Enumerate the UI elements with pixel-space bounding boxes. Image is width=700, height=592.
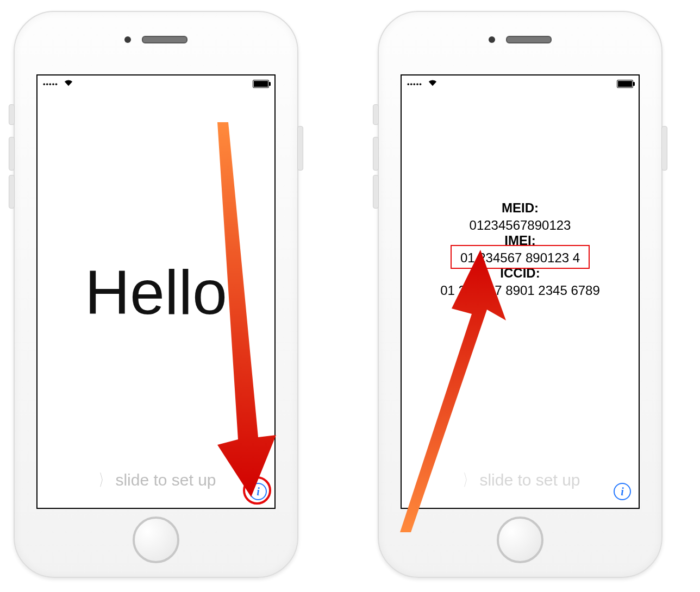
earpiece-area <box>124 36 188 43</box>
volume-down-button <box>373 175 379 209</box>
earpiece-speaker-icon <box>142 36 188 43</box>
status-bar: ••••• <box>38 75 274 92</box>
iccid-row: ICCID: 01 234567 8901 2345 6789 <box>440 266 600 298</box>
mute-switch <box>373 104 379 125</box>
phone-mockup-left: ••••• Hello 〉slide to set up i <box>14 11 298 578</box>
meid-label: MEID: <box>470 200 571 216</box>
battery-icon <box>617 80 633 88</box>
status-bar: ••••• <box>402 75 639 92</box>
mute-switch <box>9 104 15 125</box>
power-button <box>297 126 303 171</box>
volume-down-button <box>9 175 15 209</box>
info-icon: i <box>257 486 260 498</box>
cell-signal-icon: ••••• <box>407 80 437 88</box>
cell-signal-icon: ••••• <box>43 80 73 88</box>
info-button[interactable]: i <box>249 483 267 500</box>
battery-icon <box>253 80 269 88</box>
info-icon: i <box>621 486 624 498</box>
wifi-icon <box>64 80 73 88</box>
screen-right: ••••• MEID: 01234567890123 IMEI: 01 2345… <box>401 74 640 509</box>
front-camera-icon <box>489 36 495 43</box>
meid-value: 01234567890123 <box>470 218 571 233</box>
chevron-right-icon: 〉 <box>463 469 473 492</box>
imei-row: IMEI: 01 234567 890123 4 <box>460 233 580 266</box>
home-button[interactable] <box>497 517 543 563</box>
screen-left: ••••• Hello 〉slide to set up i <box>36 74 276 509</box>
home-button[interactable] <box>133 517 179 563</box>
annotation-box-imei <box>451 245 590 269</box>
phone-mockup-right: ••••• MEID: 01234567890123 IMEI: 01 2345… <box>378 11 662 578</box>
volume-up-button <box>9 137 15 171</box>
front-camera-icon <box>124 36 131 43</box>
iccid-value: 01 234567 8901 2345 6789 <box>440 283 600 298</box>
slide-to-set-up[interactable]: 〉slide to set up <box>402 469 639 492</box>
volume-up-button <box>373 137 379 171</box>
meid-row: MEID: 01234567890123 <box>470 200 571 233</box>
hello-title: Hello <box>38 261 274 324</box>
power-button <box>661 126 667 171</box>
slide-to-set-up[interactable]: 〉slide to set up <box>38 469 274 492</box>
earpiece-area <box>489 36 552 43</box>
wifi-icon <box>428 80 437 88</box>
earpiece-speaker-icon <box>506 36 552 43</box>
info-button[interactable]: i <box>614 483 631 500</box>
chevron-right-icon: 〉 <box>99 469 109 492</box>
device-identifiers: MEID: 01234567890123 IMEI: 01 234567 890… <box>402 200 639 298</box>
